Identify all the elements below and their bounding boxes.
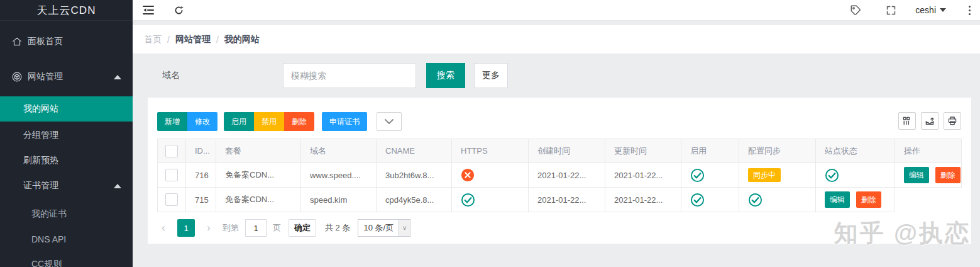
next-page-icon[interactable]: ›: [202, 222, 215, 234]
row-checkbox[interactable]: [165, 169, 178, 181]
breadcrumb-site-management[interactable]: 网站管理: [175, 34, 211, 45]
col-header-domain: 域名: [301, 139, 377, 163]
cell-id: 716: [186, 163, 216, 188]
sidebar-item-dashboard[interactable]: 面板首页: [0, 29, 133, 54]
home-icon: [11, 36, 23, 47]
check-circle-icon: [690, 168, 705, 183]
columns-icon[interactable]: [898, 112, 916, 130]
chevron-down-icon: [384, 118, 394, 125]
sidebar-item-label: 分组管理: [23, 130, 58, 141]
col-header-enabled: 启用: [681, 139, 739, 163]
cell-created: 2021-01-22...: [529, 188, 605, 212]
breadcrumb-separator: /: [216, 35, 219, 45]
app-title: 天上云CDN: [0, 0, 133, 21]
export-icon[interactable]: [921, 112, 939, 130]
goto-page-input[interactable]: [245, 219, 267, 237]
print-icon[interactable]: [944, 112, 961, 130]
page-size-select[interactable]: 10 条/页 ˅: [358, 219, 410, 237]
chevron-down-icon: [940, 8, 946, 12]
row-checkbox[interactable]: [165, 193, 178, 206]
sidebar-item-site-management[interactable]: 网站管理: [0, 64, 133, 89]
sync-status-badge: 同步中: [748, 168, 781, 182]
more-actions-dropdown[interactable]: [377, 112, 402, 131]
add-button[interactable]: 新增: [157, 112, 187, 131]
cell-cname: cpd4yk5e.8...: [377, 188, 452, 212]
col-header-cname: CNAME: [377, 139, 452, 163]
current-page[interactable]: 1: [177, 219, 195, 237]
confirm-button[interactable]: 确定: [289, 219, 316, 237]
sidebar-item-label: 刷新预热: [23, 155, 58, 166]
sidebar-item-cert-management[interactable]: 证书管理: [0, 173, 133, 198]
edit-button[interactable]: 编辑: [825, 191, 850, 208]
enable-button[interactable]: 启用: [224, 112, 254, 131]
cell-plan: 免备案CDN...: [216, 163, 301, 188]
delete-button[interactable]: 删除: [284, 112, 314, 131]
col-header-updated: 更新时间: [605, 139, 681, 163]
search-input[interactable]: [283, 63, 416, 88]
topbar-right: ceshi: [849, 3, 974, 17]
delete-row-button[interactable]: 删除: [935, 167, 961, 183]
refresh-icon[interactable]: [172, 3, 185, 17]
check-circle-icon: [690, 193, 705, 207]
sidebar-item-label: 网站管理: [28, 71, 63, 82]
sidebar-item-dns-api[interactable]: DNS API: [0, 227, 133, 252]
goto-prefix: 到第: [223, 222, 239, 234]
collapse-menu-icon[interactable]: [141, 3, 155, 17]
breadcrumb-my-sites: 我的网站: [224, 34, 260, 45]
col-header-site-status: 站点状态: [816, 139, 895, 163]
sidebar-item-cc-rules[interactable]: CC规则: [0, 252, 133, 267]
col-header-created: 创建时间: [529, 139, 605, 163]
topbar: ceshi: [133, 0, 980, 21]
sidebar-item-label: CC规则: [31, 259, 62, 267]
tag-icon[interactable]: [849, 3, 862, 17]
sidebar-item-label: DNS API: [31, 234, 66, 244]
col-header-sync: 配置同步: [739, 139, 816, 163]
sidebar-item-group-management[interactable]: 分组管理: [0, 123, 133, 148]
page-size-value: 10 条/页: [358, 222, 399, 234]
table-row: 715 免备案CDN... speed.kim cpd4yk5e.8... 20…: [158, 188, 962, 212]
select-all-checkbox[interactable]: [165, 145, 178, 157]
sidebar-item-refresh-preheat[interactable]: 刷新预热: [0, 148, 133, 173]
apply-cert-button[interactable]: 申请证书: [322, 112, 367, 131]
cell-created: 2021-01-22...: [529, 163, 605, 188]
more-button[interactable]: 更多: [474, 63, 508, 88]
breadcrumb: 首页 / 网站管理 / 我的网站: [133, 25, 980, 54]
main-area: ceshi 首页 / 网站管理 / 我的网站 域名 搜索 更多 新增 修改 启用: [133, 0, 980, 267]
sidebar-item-label: 证书管理: [23, 180, 58, 191]
cell-domain: speed.kim: [301, 188, 377, 212]
disable-button[interactable]: 禁用: [254, 112, 284, 131]
chevron-up-icon: [114, 184, 121, 188]
cell-updated: 2021-01-22...: [605, 188, 681, 212]
kebab-menu-icon[interactable]: [965, 4, 974, 16]
table-header-row: ID... 套餐 域名 CNAME HTTPS 创建时间 更新时间 启用 配置同…: [158, 139, 962, 163]
content-card: 新增 修改 启用 禁用 删除 申请证书: [148, 98, 971, 244]
chevron-down-icon: ˅: [399, 220, 410, 236]
username: ceshi: [915, 5, 936, 15]
table-toolbar: 新增 修改 启用 禁用 删除 申请证书: [148, 98, 971, 131]
user-menu[interactable]: ceshi: [915, 5, 946, 15]
col-header-plan: 套餐: [216, 139, 301, 163]
check-circle-icon: [825, 168, 839, 183]
sidebar-item-my-sites[interactable]: 我的网站: [0, 96, 133, 122]
table-row: 716 免备案CDN... www.speed.... 3ub2ht6w.8..…: [158, 163, 962, 188]
cell-cname: 3ub2ht6w.8...: [377, 163, 452, 188]
sites-table: ID... 套餐 域名 CNAME HTTPS 创建时间 更新时间 启用 配置同…: [157, 139, 962, 212]
search-button[interactable]: 搜索: [426, 63, 465, 88]
delete-row-button[interactable]: 删除: [856, 191, 881, 208]
fullscreen-icon[interactable]: [884, 3, 898, 17]
check-circle-icon: [461, 193, 475, 207]
breadcrumb-home[interactable]: 首页: [144, 34, 162, 45]
col-header-id: ID...: [186, 139, 216, 163]
cross-circle-icon: [461, 168, 475, 182]
total-count: 共 2 条: [325, 222, 350, 234]
edit-button[interactable]: 编辑: [904, 167, 929, 183]
sidebar-item-my-certs[interactable]: 我的证书: [0, 202, 133, 227]
prev-page-icon[interactable]: ‹: [157, 222, 170, 234]
col-header-actions: 操作: [895, 139, 962, 163]
modify-button[interactable]: 修改: [187, 112, 217, 131]
check-circle-icon: [748, 193, 763, 207]
cube-icon: [11, 71, 23, 82]
cell-domain: www.speed....: [301, 163, 377, 188]
cell-updated: 2021-01-22...: [605, 163, 681, 188]
chevron-up-icon: [114, 75, 121, 79]
